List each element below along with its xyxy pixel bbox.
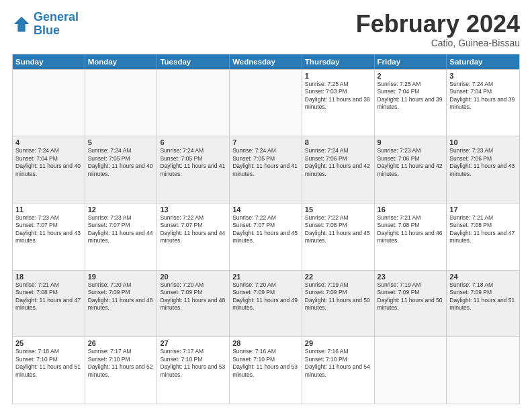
day-number: 5: [88, 138, 154, 146]
day-info: Sunrise: 7:23 AM Sunset: 7:07 PM Dayligh…: [15, 214, 82, 245]
day-info: Sunrise: 7:20 AM Sunset: 7:09 PM Dayligh…: [88, 281, 154, 312]
day-number: 24: [449, 273, 517, 281]
cal-cell-3: 3Sunrise: 7:24 AM Sunset: 7:04 PM Daylig…: [447, 70, 519, 136]
day-number: 12: [88, 205, 154, 214]
weekday-header-thursday: Thursday: [302, 54, 375, 69]
day-info: Sunrise: 7:19 AM Sunset: 7:09 PM Dayligh…: [378, 281, 444, 312]
day-number: 18: [15, 273, 82, 281]
cal-cell-12: 12Sunrise: 7:23 AM Sunset: 7:07 PM Dayli…: [85, 203, 158, 270]
day-number: 2: [378, 72, 444, 80]
cal-cell-6: 6Sunrise: 7:24 AM Sunset: 7:05 PM Daylig…: [157, 136, 230, 203]
weekday-header-sunday: Sunday: [13, 54, 85, 69]
day-info: Sunrise: 7:24 AM Sunset: 7:05 PM Dayligh…: [232, 147, 299, 178]
day-number: 29: [305, 339, 371, 347]
day-number: 6: [160, 138, 226, 146]
cal-cell-24: 24Sunrise: 7:18 AM Sunset: 7:09 PM Dayli…: [447, 271, 519, 337]
day-info: Sunrise: 7:16 AM Sunset: 7:10 PM Dayligh…: [232, 348, 299, 379]
logo: General Blue: [12, 11, 79, 38]
cal-cell-29: 29Sunrise: 7:16 AM Sunset: 7:10 PM Dayli…: [302, 337, 375, 404]
cal-cell-18: 18Sunrise: 7:21 AM Sunset: 7:08 PM Dayli…: [13, 271, 85, 337]
calendar-header: SundayMondayTuesdayWednesdayThursdayFrid…: [13, 54, 519, 69]
calendar-row-3: 18Sunrise: 7:21 AM Sunset: 7:08 PM Dayli…: [13, 270, 519, 337]
cal-cell-empty-6: [447, 337, 519, 404]
cal-cell-15: 15Sunrise: 7:22 AM Sunset: 7:08 PM Dayli…: [302, 203, 375, 270]
title-block: February 2024 Catio, Guinea-Bissau: [356, 11, 520, 48]
day-info: Sunrise: 7:24 AM Sunset: 7:05 PM Dayligh…: [88, 147, 154, 178]
day-info: Sunrise: 7:25 AM Sunset: 7:04 PM Dayligh…: [378, 81, 444, 111]
day-number: 3: [449, 72, 517, 80]
day-number: 11: [15, 205, 82, 214]
day-info: Sunrise: 7:24 AM Sunset: 7:04 PM Dayligh…: [449, 81, 517, 111]
cal-cell-empty-5: [375, 337, 447, 404]
day-info: Sunrise: 7:19 AM Sunset: 7:09 PM Dayligh…: [305, 281, 371, 312]
cal-cell-21: 21Sunrise: 7:20 AM Sunset: 7:09 PM Dayli…: [230, 271, 302, 337]
cal-cell-16: 16Sunrise: 7:21 AM Sunset: 7:08 PM Dayli…: [375, 203, 447, 270]
cal-cell-23: 23Sunrise: 7:19 AM Sunset: 7:09 PM Dayli…: [375, 271, 447, 337]
cal-cell-11: 11Sunrise: 7:23 AM Sunset: 7:07 PM Dayli…: [13, 203, 85, 270]
cal-cell-8: 8Sunrise: 7:24 AM Sunset: 7:06 PM Daylig…: [302, 136, 375, 203]
day-number: 14: [232, 205, 299, 214]
day-number: 1: [305, 72, 371, 80]
cal-cell-10: 10Sunrise: 7:23 AM Sunset: 7:06 PM Dayli…: [447, 136, 519, 203]
weekday-header-monday: Monday: [85, 54, 158, 69]
day-info: Sunrise: 7:18 AM Sunset: 7:09 PM Dayligh…: [449, 281, 517, 312]
day-number: 26: [88, 339, 154, 347]
day-info: Sunrise: 7:20 AM Sunset: 7:09 PM Dayligh…: [232, 281, 299, 312]
cal-cell-9: 9Sunrise: 7:23 AM Sunset: 7:06 PM Daylig…: [375, 136, 447, 203]
cal-cell-5: 5Sunrise: 7:24 AM Sunset: 7:05 PM Daylig…: [85, 136, 158, 203]
logo-text: General Blue: [34, 11, 79, 38]
day-number: 21: [232, 273, 299, 281]
day-number: 4: [15, 138, 82, 146]
day-number: 10: [449, 138, 517, 146]
day-info: Sunrise: 7:17 AM Sunset: 7:10 PM Dayligh…: [88, 348, 154, 379]
day-info: Sunrise: 7:24 AM Sunset: 7:06 PM Dayligh…: [305, 147, 371, 178]
cal-cell-empty-1: [85, 70, 158, 136]
day-number: 25: [15, 339, 82, 347]
day-info: Sunrise: 7:25 AM Sunset: 7:03 PM Dayligh…: [305, 81, 371, 111]
day-info: Sunrise: 7:18 AM Sunset: 7:10 PM Dayligh…: [15, 348, 82, 379]
day-number: 20: [160, 273, 226, 281]
day-number: 8: [305, 138, 371, 146]
weekday-header-tuesday: Tuesday: [157, 54, 230, 69]
calendar: SundayMondayTuesdayWednesdayThursdayFrid…: [12, 54, 520, 404]
day-info: Sunrise: 7:21 AM Sunset: 7:08 PM Dayligh…: [15, 281, 82, 312]
day-info: Sunrise: 7:23 AM Sunset: 7:06 PM Dayligh…: [449, 147, 517, 178]
day-info: Sunrise: 7:21 AM Sunset: 7:08 PM Dayligh…: [449, 214, 517, 245]
weekday-header-wednesday: Wednesday: [230, 54, 302, 69]
cal-cell-empty-0: [13, 70, 85, 136]
day-info: Sunrise: 7:17 AM Sunset: 7:10 PM Dayligh…: [160, 348, 226, 379]
cal-cell-13: 13Sunrise: 7:22 AM Sunset: 7:07 PM Dayli…: [157, 203, 230, 270]
month-title: February 2024: [356, 11, 520, 38]
day-number: 15: [305, 205, 371, 214]
cal-cell-19: 19Sunrise: 7:20 AM Sunset: 7:09 PM Dayli…: [85, 271, 158, 337]
day-number: 16: [378, 205, 444, 214]
weekday-header-friday: Friday: [375, 54, 447, 69]
day-number: 13: [160, 205, 226, 214]
logo-icon: [12, 15, 31, 34]
cal-cell-4: 4Sunrise: 7:24 AM Sunset: 7:04 PM Daylig…: [13, 136, 85, 203]
day-number: 27: [160, 339, 226, 347]
cal-cell-26: 26Sunrise: 7:17 AM Sunset: 7:10 PM Dayli…: [85, 337, 158, 404]
day-number: 19: [88, 273, 154, 281]
day-info: Sunrise: 7:22 AM Sunset: 7:08 PM Dayligh…: [305, 214, 371, 245]
day-info: Sunrise: 7:20 AM Sunset: 7:09 PM Dayligh…: [160, 281, 226, 312]
location: Catio, Guinea-Bissau: [356, 38, 520, 48]
day-info: Sunrise: 7:23 AM Sunset: 7:07 PM Dayligh…: [88, 214, 154, 245]
cal-cell-28: 28Sunrise: 7:16 AM Sunset: 7:10 PM Dayli…: [230, 337, 302, 404]
cal-cell-20: 20Sunrise: 7:20 AM Sunset: 7:09 PM Dayli…: [157, 271, 230, 337]
day-number: 23: [378, 273, 444, 281]
day-info: Sunrise: 7:22 AM Sunset: 7:07 PM Dayligh…: [160, 214, 226, 245]
day-number: 9: [378, 138, 444, 146]
day-info: Sunrise: 7:22 AM Sunset: 7:07 PM Dayligh…: [232, 214, 299, 245]
calendar-row-1: 4Sunrise: 7:24 AM Sunset: 7:04 PM Daylig…: [13, 136, 519, 203]
cal-cell-2: 2Sunrise: 7:25 AM Sunset: 7:04 PM Daylig…: [375, 70, 447, 136]
calendar-row-0: 1Sunrise: 7:25 AM Sunset: 7:03 PM Daylig…: [13, 69, 519, 136]
page: General Blue February 2024 Catio, Guinea…: [0, 0, 532, 411]
day-info: Sunrise: 7:24 AM Sunset: 7:05 PM Dayligh…: [160, 147, 226, 178]
weekday-header-saturday: Saturday: [447, 54, 519, 69]
day-number: 28: [232, 339, 299, 347]
cal-cell-empty-2: [157, 70, 230, 136]
calendar-row-4: 25Sunrise: 7:18 AM Sunset: 7:10 PM Dayli…: [13, 336, 519, 404]
calendar-body: 1Sunrise: 7:25 AM Sunset: 7:03 PM Daylig…: [13, 69, 519, 404]
logo-blue: Blue: [34, 24, 79, 38]
